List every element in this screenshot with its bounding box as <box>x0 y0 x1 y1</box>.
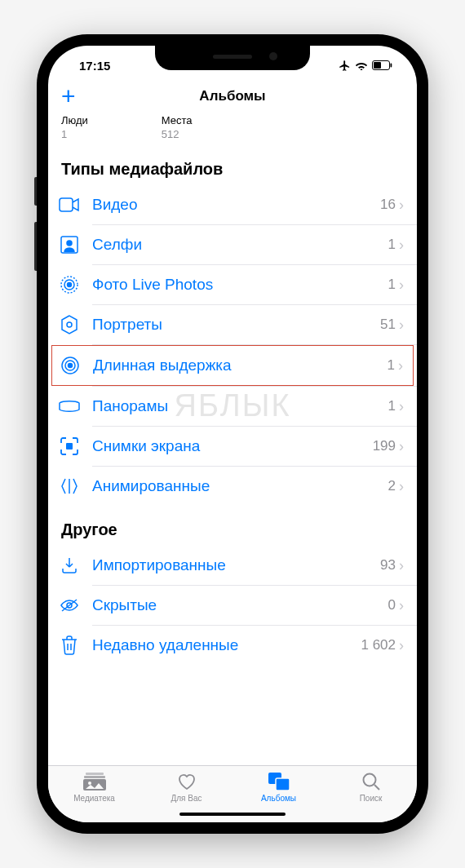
svg-point-9 <box>67 322 72 327</box>
section-other: Другое <box>48 506 417 546</box>
svg-point-5 <box>67 241 72 246</box>
row-imported[interactable]: Импортированные 93 › <box>48 546 417 585</box>
row-label: Недавно удаленные <box>92 636 361 654</box>
wifi-icon <box>355 60 368 70</box>
row-count: 199 <box>373 438 396 454</box>
svg-rect-17 <box>84 776 105 778</box>
trash-icon <box>58 635 81 656</box>
row-label: Портреты <box>92 316 380 334</box>
search-icon <box>362 771 380 792</box>
screen: 17:15 + Альбомы Люди 1 <box>48 46 417 822</box>
home-indicator[interactable] <box>179 813 286 816</box>
chevron-icon: › <box>399 398 404 415</box>
tab-label: Для Вас <box>170 794 202 803</box>
tab-label: Поиск <box>360 794 383 803</box>
svg-point-19 <box>88 782 91 785</box>
long-exposure-icon <box>59 355 82 376</box>
row-panoramas[interactable]: Панорамы 1 › <box>48 387 417 426</box>
row-label: Селфи <box>92 236 388 254</box>
svg-rect-1 <box>374 62 381 69</box>
tab-label: Альбомы <box>261 794 296 803</box>
screenshot-icon <box>58 436 81 457</box>
album-label: Места <box>162 114 193 126</box>
airplane-icon <box>339 60 351 72</box>
row-count: 1 <box>388 398 396 414</box>
page-title: Альбомы <box>199 88 265 104</box>
selfie-icon <box>58 234 81 255</box>
album-label: Люди <box>61 114 88 126</box>
chevron-icon: › <box>399 637 404 654</box>
svg-rect-16 <box>86 773 104 775</box>
row-label: Видео <box>92 196 380 214</box>
chevron-icon: › <box>399 597 404 614</box>
album-count: 1 <box>61 128 88 140</box>
row-count: 16 <box>380 197 396 213</box>
svg-point-12 <box>69 364 73 368</box>
svg-point-8 <box>68 283 72 287</box>
animated-icon <box>58 476 81 497</box>
chevron-icon: › <box>399 557 404 574</box>
row-long-exposure[interactable]: Длинная выдержка 1 › <box>51 345 414 386</box>
video-icon <box>58 194 81 215</box>
add-button[interactable]: + <box>61 84 76 108</box>
row-count: 1 <box>388 277 396 293</box>
tab-for-you[interactable]: Для Вас <box>140 771 232 803</box>
row-count: 93 <box>380 557 396 574</box>
svg-rect-3 <box>60 198 73 211</box>
album-places[interactable]: Места 512 <box>162 114 193 140</box>
row-video[interactable]: Видео 16 › <box>48 185 417 224</box>
chevron-icon: › <box>399 197 404 214</box>
row-live-photos[interactable]: Фото Live Photos 1 › <box>48 265 417 304</box>
svg-rect-2 <box>391 64 392 68</box>
svg-rect-21 <box>276 778 290 790</box>
hidden-icon <box>58 595 81 616</box>
row-count: 1 <box>388 357 395 374</box>
nav-bar: + Альбомы <box>48 78 417 114</box>
row-label: Снимки экрана <box>92 437 373 455</box>
row-label: Скрытые <box>92 596 388 614</box>
row-count: 1 602 <box>361 637 396 653</box>
live-photo-icon <box>58 274 81 295</box>
tab-search[interactable]: Поиск <box>325 771 417 803</box>
row-portraits[interactable]: Портреты 51 › <box>48 305 417 344</box>
svg-line-15 <box>62 600 77 611</box>
row-animated[interactable]: Анимированные 2 › <box>48 467 417 506</box>
row-label: Панорамы <box>92 397 388 415</box>
svg-line-23 <box>374 785 379 790</box>
album-count: 512 <box>162 128 193 140</box>
row-label: Длинная выдержка <box>93 356 388 374</box>
tab-albums[interactable]: Альбомы <box>232 771 325 803</box>
panorama-icon <box>58 396 81 417</box>
import-icon <box>58 555 81 576</box>
svg-rect-13 <box>66 443 73 450</box>
row-screenshots[interactable]: Снимки экрана 199 › <box>48 427 417 466</box>
portrait-icon <box>58 314 81 335</box>
row-selfie[interactable]: Селфи 1 › <box>48 225 417 264</box>
battery-icon <box>372 60 392 70</box>
for-you-icon <box>177 771 197 792</box>
tab-label: Медиатека <box>73 794 115 803</box>
phone-frame: 17:15 + Альбомы Люди 1 <box>37 34 428 834</box>
row-count: 2 <box>388 478 396 494</box>
content[interactable]: Люди 1 Места 512 Типы медиафайлов Видео … <box>48 114 417 765</box>
albums-icon <box>268 771 290 792</box>
row-count: 0 <box>388 597 396 613</box>
library-icon <box>83 771 106 792</box>
svg-point-22 <box>363 774 375 786</box>
row-count: 1 <box>388 237 396 253</box>
tab-library[interactable]: Медиатека <box>48 771 140 803</box>
notch <box>155 46 310 70</box>
section-media-types: Типы медиафайлов <box>48 145 417 185</box>
row-count: 51 <box>380 317 396 333</box>
row-label: Анимированные <box>92 477 388 495</box>
chevron-icon: › <box>399 237 404 254</box>
row-label: Фото Live Photos <box>92 276 388 294</box>
row-recently-deleted[interactable]: Недавно удаленные 1 602 › <box>48 626 417 665</box>
chevron-icon: › <box>399 277 404 294</box>
row-label: Импортированные <box>92 556 380 574</box>
chevron-icon: › <box>399 438 404 455</box>
chevron-icon: › <box>398 357 403 374</box>
album-people[interactable]: Люди 1 <box>61 114 88 140</box>
row-hidden[interactable]: Скрытые 0 › <box>48 586 417 625</box>
chevron-icon: › <box>399 478 404 495</box>
